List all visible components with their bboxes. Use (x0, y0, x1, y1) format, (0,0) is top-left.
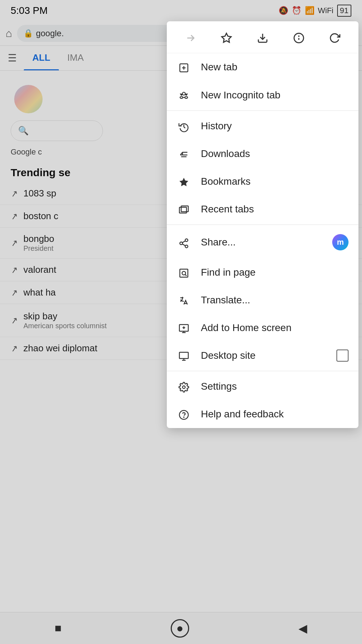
add-home-label: Add to Home screen (201, 322, 349, 334)
svg-point-19 (185, 239, 188, 242)
svg-line-26 (185, 274, 187, 276)
svg-point-20 (180, 242, 183, 245)
menu-item-new-incognito[interactable]: New Incognito tab (167, 81, 358, 109)
divider-1 (167, 110, 358, 111)
svg-point-25 (182, 271, 186, 275)
svg-point-8 (182, 92, 185, 95)
translate-label: Translate... (201, 294, 349, 306)
svg-marker-0 (222, 33, 231, 42)
svg-line-23 (182, 241, 186, 243)
downloads-icon (177, 148, 191, 160)
share-label: Share... (201, 237, 322, 248)
menu-item-bookmarks[interactable]: Bookmarks (167, 168, 358, 195)
dropdown-toolbar (167, 21, 358, 53)
reload-button[interactable] (325, 28, 345, 46)
menu-item-find-in-page[interactable]: Find in page (167, 258, 358, 286)
menu-item-help[interactable]: Help and feedback (167, 400, 358, 428)
downloads-label: Downloads (201, 148, 349, 159)
divider-2 (167, 224, 358, 225)
new-incognito-label: New Incognito tab (201, 90, 349, 101)
menu-item-add-home[interactable]: Add to Home screen (167, 314, 358, 342)
history-icon (177, 120, 191, 132)
desktop-site-checkbox[interactable] (336, 350, 349, 362)
help-label: Help and feedback (201, 408, 349, 420)
help-icon (177, 408, 191, 420)
divider-3 (167, 371, 358, 371)
recent-tabs-label: Recent tabs (201, 204, 349, 215)
menu-item-history[interactable]: History (167, 112, 358, 140)
menu-item-desktop-site[interactable]: Desktop site (167, 342, 358, 369)
bookmarks-icon (177, 175, 191, 188)
bookmark-button[interactable] (216, 28, 236, 46)
svg-line-22 (182, 244, 186, 245)
forward-button[interactable] (181, 28, 201, 46)
menu-item-recent-tabs[interactable]: Recent tabs (167, 195, 358, 223)
settings-icon (177, 380, 191, 393)
translate-icon (177, 294, 191, 306)
svg-point-21 (185, 245, 188, 248)
svg-rect-24 (180, 269, 188, 277)
svg-rect-17 (180, 207, 187, 213)
svg-marker-16 (180, 178, 188, 186)
bookmarks-label: Bookmarks (201, 176, 349, 187)
desktop-site-label: Desktop site (201, 350, 327, 361)
desktop-icon (177, 350, 191, 362)
menu-item-new-tab[interactable]: New tab (167, 53, 358, 81)
new-tab-icon (177, 61, 191, 73)
messenger-icon: m (332, 234, 349, 250)
svg-point-31 (182, 386, 185, 389)
svg-rect-30 (180, 352, 188, 359)
incognito-icon (177, 89, 191, 101)
dropdown-menu: New tab New Incognito tab (167, 21, 358, 428)
menu-item-share[interactable]: Share... m (167, 226, 358, 258)
find-icon (177, 266, 191, 278)
recent-tabs-icon (177, 203, 191, 215)
menu-item-settings[interactable]: Settings (167, 373, 358, 400)
menu-item-downloads[interactable]: Downloads (167, 140, 358, 168)
info-button[interactable] (289, 28, 309, 46)
share-icon (177, 236, 191, 248)
menu-item-translate[interactable]: Translate... (167, 286, 358, 314)
download-button[interactable] (253, 28, 273, 46)
find-in-page-label: Find in page (201, 267, 349, 278)
history-label: History (201, 120, 349, 132)
settings-label: Settings (201, 381, 349, 392)
svg-rect-18 (181, 206, 188, 212)
new-tab-label: New tab (201, 61, 349, 73)
add-home-icon (177, 322, 191, 334)
